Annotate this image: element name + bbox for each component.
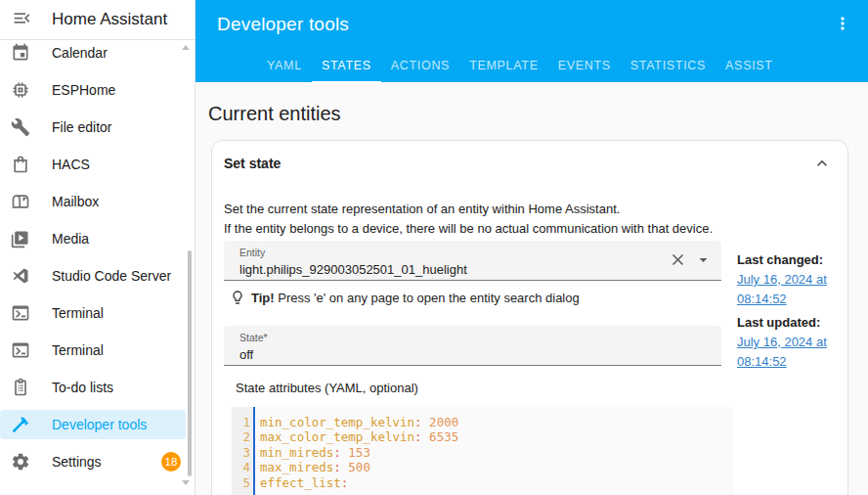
sidebar-item-label: Studio Code Server (52, 268, 171, 284)
vscode-icon (11, 266, 30, 286)
sidebar-item-label: Calendar (52, 45, 108, 61)
sidebar-header: Home Assistant (0, 0, 195, 39)
menu-open-icon (12, 8, 32, 31)
notification-badge: 18 (161, 452, 181, 472)
tip-body: Press 'e' on any page to open the entity… (278, 291, 580, 305)
sidebar-nav: CalendarESPHomeFile editorHACSMailboxMed… (0, 34, 195, 480)
tip: Tip! Press 'e' on any page to open the e… (230, 290, 721, 305)
kebab-icon (833, 14, 852, 36)
sidebar-item-label: HACS (52, 157, 90, 172)
section-heading: Current entities (208, 103, 848, 125)
tab-events[interactable]: EVENTS (548, 47, 621, 84)
caret-down-icon (694, 257, 713, 272)
bag-icon (11, 155, 30, 174)
entity-field[interactable]: Entity light.philips_929003052501_01_hue… (224, 241, 721, 281)
page-title: Developer tools (217, 14, 831, 35)
sidebar-item-label: Settings (52, 454, 102, 470)
timestamp-link[interactable]: July 16, 2024 at 08:14:52 (737, 272, 827, 306)
tip-text: Tip! Press 'e' on any page to open the e… (251, 291, 580, 305)
editor-gutter: 12345 (232, 407, 253, 495)
tab-bar: YAMLSTATESACTIONSTEMPLATEEVENTSSTATISTIC… (195, 47, 868, 84)
sidebar-item-label: Mailbox (52, 194, 99, 209)
tab-actions[interactable]: ACTIONS (381, 47, 459, 84)
sidebar-item-label: ESPHome (52, 82, 115, 98)
tab-states[interactable]: STATES (312, 47, 381, 84)
meta-column: Last changed:July 16, 2024 at 08:14:52La… (737, 241, 848, 495)
tab-statistics[interactable]: STATISTICS (621, 47, 716, 84)
sidebar-item-label: Terminal (52, 305, 104, 321)
media-icon (11, 229, 30, 248)
sidebar-item-settings[interactable]: Settings18 (0, 443, 195, 480)
tip-bold: Tip! (251, 291, 275, 305)
terminal-icon (11, 340, 30, 360)
sidebar-item-esphome[interactable]: ESPHome (0, 71, 195, 109)
sidebar-item-label: File editor (52, 119, 111, 135)
meta-block-last-changed: Last changed:July 16, 2024 at 08:14:52 (737, 250, 848, 309)
entity-field-value: light.philips_929003052501_01_huelight (239, 262, 721, 277)
topbar: Developer tools YAMLSTATESACTIONSTEMPLAT… (195, 0, 868, 82)
editor-line: min_color_temp_kelvin: 2000 (260, 415, 458, 429)
hammer-icon (11, 415, 30, 434)
card-header[interactable]: Set state (212, 141, 847, 173)
editor-line: effect_list: (260, 475, 458, 490)
sidebar-item-label: Developer tools (52, 417, 147, 432)
sidebar-item-mailbox[interactable]: Mailbox (0, 183, 195, 220)
card-title: Set state (224, 156, 281, 171)
editor-line-number: 2 (232, 429, 250, 444)
overflow-menu-button[interactable] (831, 13, 854, 36)
sidebar-item-label: Media (52, 231, 89, 247)
scroll-down-icon[interactable] (182, 480, 190, 485)
sidebar-item-to-do-lists[interactable]: To-do lists (0, 369, 195, 406)
close-icon (669, 257, 687, 272)
sidebar-item-file-editor[interactable]: File editor (0, 109, 195, 146)
sidebar-item-studio-code-server[interactable]: Studio Code Server (0, 257, 195, 294)
form-column: Entity light.philips_929003052501_01_hue… (224, 241, 721, 495)
state-field-value: off (239, 347, 721, 362)
menu-toggle-button[interactable] (10, 8, 33, 31)
sidebar-item-developer-tools[interactable]: Developer tools (0, 406, 195, 443)
scroll-up-icon[interactable] (182, 45, 190, 50)
clear-entity-button[interactable] (667, 250, 688, 272)
timestamp-link[interactable]: July 16, 2024 at 08:14:52 (737, 335, 827, 369)
main-area: Developer tools YAMLSTATESACTIONSTEMPLAT… (195, 0, 868, 495)
sidebar-item-terminal[interactable]: Terminal (0, 294, 195, 332)
entity-dropdown-button[interactable] (692, 250, 714, 272)
collapse-icon[interactable] (812, 154, 832, 173)
attributes-label: State attributes (YAML, optional) (236, 381, 721, 395)
tab-assist[interactable]: ASSIST (716, 47, 783, 84)
calendar-icon (11, 43, 30, 63)
set-state-card: Set state Set the current state represen… (211, 140, 848, 495)
state-field[interactable]: State* off (224, 326, 721, 366)
content: Current entities Set state Set the curre… (195, 82, 868, 495)
sidebar-item-label: To-do lists (52, 380, 113, 395)
sidebar-item-hacs[interactable]: HACS (0, 146, 195, 183)
card-body: Set the current state representation of … (212, 200, 847, 495)
terminal-icon (11, 303, 30, 323)
todo-icon (11, 378, 30, 397)
gear-icon (11, 452, 30, 472)
meta-block-last-updated: Last updated:July 16, 2024 at 08:14:52 (737, 313, 848, 372)
editor-code: min_color_temp_kelvin: 2000max_color_tem… (255, 407, 458, 495)
app-title: Home Assistant (52, 10, 167, 29)
yaml-editor[interactable]: 12345 min_color_temp_kelvin: 2000max_col… (232, 407, 733, 495)
lightbulb-icon (230, 290, 245, 305)
sidebar-item-media[interactable]: Media (0, 220, 195, 257)
description-line-1: Set the current state representation of … (224, 202, 620, 216)
sidebar-scrollbar[interactable] (188, 250, 192, 476)
editor-line: max_color_temp_kelvin: 6535 (260, 429, 458, 444)
editor-line: max_mireds: 500 (260, 460, 458, 474)
state-field-label: State* (239, 332, 721, 343)
description-line-2: If the entity belongs to a device, there… (224, 221, 713, 236)
form-row: Entity light.philips_929003052501_01_hue… (224, 241, 847, 495)
tab-template[interactable]: TEMPLATE (459, 47, 548, 84)
chip-icon (11, 80, 30, 100)
tab-yaml[interactable]: YAML (257, 47, 312, 84)
mailbox-icon (11, 192, 30, 211)
editor-line-number: 4 (232, 460, 250, 474)
sidebar-item-terminal[interactable]: Terminal (0, 332, 195, 369)
wrench-icon (11, 117, 30, 137)
editor-line-number: 1 (232, 415, 250, 429)
sidebar-item-calendar[interactable]: Calendar (0, 34, 195, 71)
app-root: Home Assistant CalendarESPHomeFile edito… (0, 0, 868, 495)
editor-line-number: 3 (232, 445, 250, 460)
